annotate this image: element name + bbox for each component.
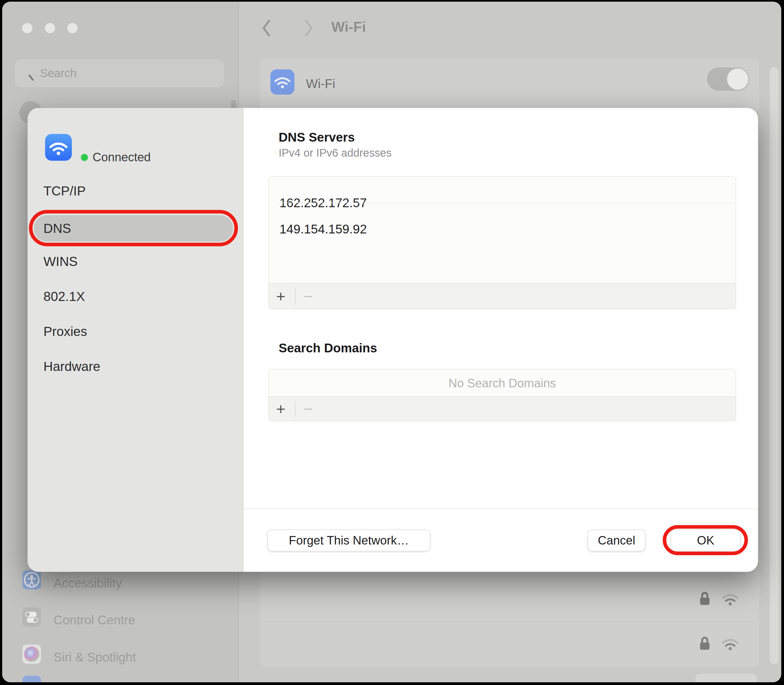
dialog-sidebar: Connected TCP/IP DNS WINS 802.1X Proxies… (28, 108, 243, 572)
sidebar-item-accessibility[interactable]: Accessibility (53, 577, 122, 589)
button-area-divider (243, 508, 758, 509)
dns-servers-title: DNS Servers (279, 131, 355, 143)
wifi-toggle-knob (727, 68, 748, 90)
remove-dns-button[interactable]: − (296, 284, 320, 309)
wifi-app-icon (45, 134, 72, 161)
other-networks-card (260, 568, 760, 666)
lock-icon (698, 635, 711, 653)
list-separator (279, 203, 735, 203)
control-centre-icon (23, 607, 41, 627)
dns-servers-list: 162.252.172.57 149.154.159.92 + − (268, 176, 736, 309)
back-icon[interactable] (260, 19, 273, 39)
add-search-domain-button[interactable]: + (269, 397, 293, 421)
sidebar-item-control-centre[interactable]: Control Centre (53, 614, 135, 626)
wifi-signal-icon (721, 591, 739, 607)
forget-network-button[interactable]: Forget This Network… (267, 529, 430, 551)
network-details-dialog: Connected TCP/IP DNS WINS 802.1X Proxies… (28, 108, 758, 572)
dns-servers-subtitle: IPv4 or IPv6 addresses (279, 147, 392, 158)
sidebar-item-siri-spotlight[interactable]: Siri & Spotlight (53, 651, 136, 664)
wifi-signal-icon (721, 636, 739, 652)
close-window-button[interactable] (22, 23, 33, 34)
connected-status-dot (81, 154, 88, 161)
row-divider (264, 621, 755, 622)
connection-status: Connected (92, 151, 151, 163)
page-title: Wi-Fi (331, 19, 366, 34)
sidebar-item-partial-icon (23, 676, 41, 682)
nav-item-wins[interactable]: WINS (44, 255, 78, 268)
annotation-circle-dns (29, 210, 238, 246)
minimize-window-button[interactable] (45, 23, 55, 34)
wifi-status-card: Wi-Fi (260, 58, 760, 113)
zoom-window-button[interactable] (67, 23, 78, 34)
forward-icon[interactable] (302, 19, 315, 39)
search-domains-title: Search Domains (279, 342, 377, 354)
siri-orb (24, 646, 39, 662)
footer-divider (295, 287, 296, 305)
search-domains-footer: + − (269, 396, 735, 421)
screenshot-canvas: Accessibility Control Centre Siri & Spot… (0, 0, 784, 685)
wifi-icon (271, 70, 295, 94)
cancel-button[interactable]: Cancel (588, 529, 646, 551)
nav-item-hardware[interactable]: Hardware (44, 360, 100, 373)
wifi-toggle[interactable] (707, 68, 749, 91)
remove-search-domain-button[interactable]: − (296, 397, 320, 421)
dns-entry[interactable]: 149.154.159.92 (279, 223, 367, 235)
nav-item-proxies[interactable]: Proxies (44, 325, 87, 338)
partial-button[interactable] (695, 674, 757, 682)
search-field[interactable] (14, 58, 225, 88)
annotation-circle-ok (663, 525, 748, 555)
accessibility-icon (23, 570, 41, 589)
nav-item-8021x[interactable]: 802.1X (44, 290, 85, 303)
add-dns-button[interactable]: + (269, 284, 293, 309)
footer-divider (295, 401, 296, 417)
nav-item-tcpip[interactable]: TCP/IP (44, 185, 86, 198)
search-input[interactable] (40, 61, 217, 85)
system-settings-window: Accessibility Control Centre Siri & Spot… (2, 2, 781, 682)
siri-icon (23, 644, 41, 664)
main-scrollbar[interactable] (770, 67, 779, 664)
lock-icon (698, 591, 711, 608)
wifi-row-label: Wi-Fi (306, 77, 335, 90)
no-search-domains-label: No Search Domains (269, 370, 735, 397)
dns-list-footer: + − (269, 283, 735, 309)
search-domains-list: No Search Domains + − (268, 369, 736, 422)
